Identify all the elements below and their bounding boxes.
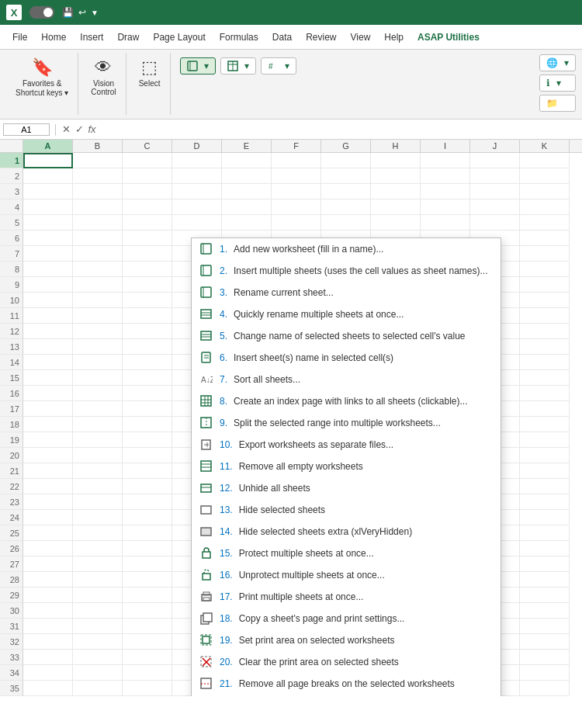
save-icon[interactable]: 💾 [62,7,74,18]
cell-A30[interactable] [23,603,73,619]
dropdown-item-14[interactable]: 14. Hide selected sheets extra (xlVeryHi… [192,521,501,543]
menu-formulas[interactable]: Formulas [213,29,265,46]
cell-H4[interactable] [371,199,421,215]
cell-H3[interactable] [371,184,421,199]
cell-C28[interactable] [123,572,172,588]
cell-A9[interactable] [23,277,73,293]
cell-K27[interactable] [520,556,570,572]
cell-K30[interactable] [520,603,570,619]
cell-K28[interactable] [520,572,570,588]
cell-I3[interactable] [421,184,470,199]
cell-C25[interactable] [123,525,172,541]
cell-C12[interactable] [123,324,172,339]
cell-A12[interactable] [23,324,73,339]
cell-H2[interactable] [371,168,421,184]
dropdown-item-12[interactable]: 12. Unhide all sheets [192,477,501,499]
cell-K26[interactable] [520,541,570,556]
cell-B25[interactable] [73,525,123,541]
cell-A10[interactable] [23,293,73,308]
cell-B8[interactable] [73,262,123,277]
row-number-9[interactable]: 9 [0,277,23,293]
dropdown-item-8[interactable]: 8. Create an index page with links to al… [192,390,501,412]
menu-help[interactable]: Help [378,29,410,46]
cell-E5[interactable] [222,215,272,231]
cell-A13[interactable] [23,339,73,355]
information-btn[interactable]: ℹ ▾ [539,75,576,92]
cell-K8[interactable] [520,262,570,277]
cell-A2[interactable] [23,168,73,184]
cell-K1[interactable] [520,153,570,168]
cell-K24[interactable] [520,510,570,525]
cell-C7[interactable] [123,246,172,262]
autosave-toggle[interactable] [29,6,54,19]
cell-B3[interactable] [73,184,123,199]
cell-K31[interactable] [520,619,570,634]
cell-A29[interactable] [23,588,73,603]
col-header-D[interactable]: D [172,140,222,152]
cell-J5[interactable] [470,215,520,231]
confirm-icon[interactable]: ✓ [75,123,84,135]
cell-E1[interactable] [222,153,272,168]
file-system-btn[interactable]: 📁 [539,95,576,112]
undo-icon[interactable]: ↩ [78,7,86,18]
dropdown-item-5[interactable]: 5. Change name of selected sheets to sel… [192,325,501,347]
cell-G4[interactable] [321,199,371,215]
row-number-25[interactable]: 25 [0,525,23,541]
cell-C14[interactable] [123,355,172,370]
cell-C19[interactable] [123,432,172,448]
row-number-11[interactable]: 11 [0,308,23,324]
cell-A20[interactable] [23,448,73,463]
cell-D5[interactable] [172,215,222,231]
col-header-G[interactable]: G [321,140,371,152]
cell-H5[interactable] [371,215,421,231]
cell-J1[interactable] [470,153,520,168]
dropdown-item-17[interactable]: 17. Print multiple sheets at once... [192,586,501,608]
cell-A25[interactable] [23,525,73,541]
cell-A4[interactable] [23,199,73,215]
cell-K7[interactable] [520,246,570,262]
col-header-A[interactable]: A [23,140,73,152]
menu-view[interactable]: View [345,29,377,46]
cell-A11[interactable] [23,308,73,324]
cell-B28[interactable] [73,572,123,588]
cell-C30[interactable] [123,603,172,619]
cell-C26[interactable] [123,541,172,556]
cell-C5[interactable] [123,215,172,231]
cell-A15[interactable] [23,370,73,386]
cell-C23[interactable] [123,494,172,510]
row-number-15[interactable]: 15 [0,370,23,386]
cell-B15[interactable] [73,370,123,386]
col-header-C[interactable]: C [123,140,172,152]
cell-G2[interactable] [321,168,371,184]
dropdown-item-15[interactable]: 15. Protect multiple sheets at once... [192,543,501,564]
cell-A27[interactable] [23,556,73,572]
cell-D2[interactable] [172,168,222,184]
menu-insert[interactable]: Insert [74,29,109,46]
cell-E4[interactable] [222,199,272,215]
sheets-dropdown-btn[interactable]: ▾ [180,57,216,75]
row-number-20[interactable]: 20 [0,448,23,463]
cell-reference-box[interactable] [3,123,50,136]
row-number-30[interactable]: 30 [0,603,23,619]
cell-F4[interactable] [272,199,321,215]
cell-B17[interactable] [73,401,123,417]
cell-B19[interactable] [73,432,123,448]
cell-K14[interactable] [520,355,570,370]
dropdown-item-4[interactable]: 4. Quickly rename multiple sheets at onc… [192,303,501,325]
cell-C27[interactable] [123,556,172,572]
cell-A24[interactable] [23,510,73,525]
dropdown-item-21[interactable]: 21. Remove all page breaks on the select… [192,673,501,695]
row-number-27[interactable]: 27 [0,556,23,572]
select-btn[interactable]: ⬚ Select [134,54,165,91]
cell-I1[interactable] [421,153,470,168]
cell-C24[interactable] [123,510,172,525]
row-number-35[interactable]: 35 [0,681,23,696]
cell-A8[interactable] [23,262,73,277]
cell-K33[interactable] [520,650,570,665]
row-number-12[interactable]: 12 [0,324,23,339]
menu-home[interactable]: Home [35,29,72,46]
cell-F5[interactable] [272,215,321,231]
cell-A33[interactable] [23,650,73,665]
row-number-31[interactable]: 31 [0,619,23,634]
menu-review[interactable]: Review [300,29,342,46]
